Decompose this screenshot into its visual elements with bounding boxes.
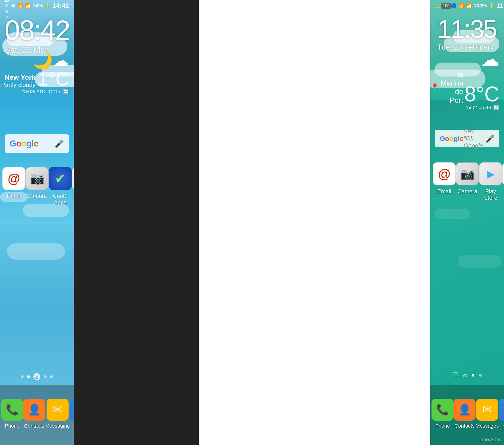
status-right: 👁 📶 📶 74% 🔋 14:42 <box>11 2 69 10</box>
background <box>74 0 199 445</box>
search-bar-right[interactable]: Google Say "Ok Google" 🎤 <box>435 130 499 147</box>
status-time-right: 11:35 <box>496 2 504 10</box>
camera-icon-left[interactable] <box>25 167 49 190</box>
status-time-left: 14:42 <box>52 2 69 10</box>
battery-icon-right: 🔋 <box>489 3 494 9</box>
messaging-icon-left[interactable] <box>47 399 69 421</box>
messages-label-right: Messages <box>475 423 499 429</box>
dot-1[interactable] <box>21 375 24 378</box>
dock-contacts-left[interactable]: Contacts <box>23 399 45 429</box>
dock-phone-left[interactable]: Phone <box>1 399 23 429</box>
rdot-2[interactable] <box>479 374 482 377</box>
playstore-label-right: Play Store <box>479 188 502 201</box>
watermark: pho Apps <box>480 437 504 443</box>
messages-icon-right[interactable] <box>476 399 498 421</box>
internet-icon-right[interactable] <box>499 399 504 421</box>
wifi-icon-right: 📶 <box>458 3 464 9</box>
weather-widget-left: 🌙☁ New York Partly cloudy 1°C 23/03/2013… <box>1 51 69 94</box>
phone-label-left: Phone <box>5 423 20 429</box>
app-grid-left: Email Camera Cento Apps Play Store <box>0 162 74 210</box>
weather-description-left: Partly cloudy <box>1 81 36 89</box>
app-camera-left[interactable]: Camera <box>25 167 49 206</box>
status-icons-left: 📋 🖼 ✉ ★ ↗ <box>5 0 11 20</box>
status-bar-right: ⚠ 100 🔵 📶 📶 100% 🔋 11:35 <box>430 0 504 12</box>
mic-icon-right[interactable]: 🎤 <box>486 134 495 143</box>
signal-icon-right: 📶 <box>466 3 472 9</box>
internet-label-left: Internet <box>72 423 74 429</box>
app-playstore-right[interactable]: Play Store <box>479 162 502 201</box>
home-icon[interactable]: ⌂ <box>463 371 467 379</box>
dot-2[interactable] <box>27 375 30 378</box>
menu-icon[interactable]: ☰ <box>452 371 458 379</box>
rdot-1[interactable] <box>471 374 474 377</box>
warning-icon: ⚠ <box>435 2 440 9</box>
page-dots-right: ☰ ⌂ <box>430 371 504 379</box>
cento-label-left: Cento Apps <box>49 193 72 206</box>
weather-icon-right: ☁ <box>430 49 499 70</box>
app-google-right[interactable]: G Google <box>502 162 504 201</box>
status-icons-right: ⚠ 100 <box>435 2 451 9</box>
app-email-left[interactable]: Email <box>2 167 25 206</box>
dot-3[interactable] <box>44 375 47 378</box>
weather-widget-right: ☁ 📍 la Marina de Port 8°C 25/02 06:43 🔄 <box>430 49 499 111</box>
dock-contacts-right[interactable]: Contacts <box>453 399 475 429</box>
internet-icon-left[interactable] <box>70 399 73 421</box>
battery-percent: 74% <box>33 3 43 9</box>
app-cento-left[interactable]: Cento Apps <box>49 167 72 206</box>
bluetooth-icon: 🔵 <box>451 3 456 9</box>
page-dots-left: ⌂ <box>0 373 74 380</box>
phone-label-right: Phone <box>435 423 450 429</box>
dock-internet-right[interactable]: Internet <box>499 399 504 429</box>
dock-left: Phone Contacts Messaging Internet Apps <box>0 385 74 445</box>
right-phone: ⚠ 100 🔵 📶 📶 100% 🔋 11:35 11:35 Tue, 25 F… <box>430 0 504 445</box>
dock-messages-right[interactable]: Messages <box>475 399 499 429</box>
camera-label-left: Camera <box>27 193 47 199</box>
weather-temp-left: 1°C <box>38 70 69 89</box>
app-camera-right[interactable]: Camera <box>456 162 479 201</box>
playstore-icon-left[interactable] <box>72 167 74 190</box>
email-icon-left[interactable] <box>2 167 25 190</box>
messaging-label-left: Messaging <box>45 423 70 429</box>
wifi-icon: 📶 <box>17 3 23 9</box>
clock-widget-left: 08:42 Sat, 23 Mar <box>5 16 70 55</box>
app-email-right[interactable]: Email <box>433 162 456 201</box>
weather-location-right: 📍 la Marina de Port <box>430 70 463 105</box>
dock-phone-right[interactable]: Phone <box>432 399 453 429</box>
rcloud-6 <box>458 255 502 268</box>
battery-icon: 🔋 <box>45 3 51 9</box>
weather-date-left: 23/03/2013 12:17 🔄 <box>1 89 69 94</box>
contacts-label-left: Contacts <box>24 423 44 429</box>
search-bar-left[interactable]: Google 🎤 <box>5 134 69 153</box>
google-logo-left: Google <box>10 139 38 148</box>
weather-location-left: New York <box>1 74 36 81</box>
left-phone: 📋 🖼 ✉ ★ ↗ 👁 📶 📶 74% 🔋 14:42 08:42 Sat, 2… <box>0 0 74 445</box>
signal-icon: 📶 <box>25 3 31 9</box>
internet-label-right: Internet <box>501 423 504 429</box>
home-dot[interactable]: ⌂ <box>33 373 40 380</box>
email-label-left: Email <box>7 193 21 199</box>
dock-right: Phone Contacts Messages Internet Apps <box>430 385 504 445</box>
email-label-right: Email <box>437 188 451 195</box>
dot-4[interactable] <box>50 375 53 378</box>
app-playstore-left[interactable]: Play Store <box>72 167 74 206</box>
phone-icon-right[interactable] <box>432 399 453 421</box>
mic-icon-left[interactable]: 🎤 <box>55 139 64 148</box>
clock-time-right: 11:35 <box>437 16 496 42</box>
status-bar-left: 📋 🖼 ✉ ★ ↗ 👁 📶 📶 74% 🔋 14:42 <box>0 0 74 12</box>
camera-icon-right[interactable] <box>456 162 479 185</box>
contacts-icon-left[interactable] <box>23 399 45 421</box>
weather-temp-right: 8°C <box>464 84 499 105</box>
playstore-icon-right[interactable] <box>479 162 502 185</box>
phone-icon-left[interactable] <box>1 399 23 421</box>
contacts-icon-right[interactable] <box>453 399 475 421</box>
dock-internet-left[interactable]: Internet <box>70 399 73 429</box>
playstore-label-left: Play Store <box>72 193 74 206</box>
dock-messaging-left[interactable]: Messaging <box>45 399 70 429</box>
google-icon-right[interactable]: G <box>502 162 504 185</box>
contacts-label-right: Contacts <box>454 423 475 429</box>
email-icon-right[interactable] <box>433 162 456 185</box>
rcloud-5 <box>435 209 470 219</box>
weather-icon-left: 🌙☁ <box>1 51 69 70</box>
cento-icon-left[interactable] <box>49 167 72 190</box>
clock-time-left: 08:42 <box>5 16 70 44</box>
